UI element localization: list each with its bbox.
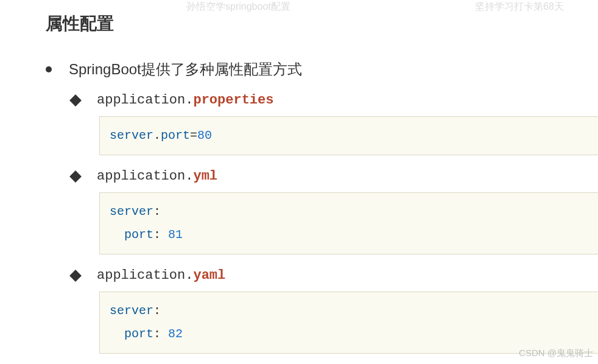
code-token: 81 bbox=[168, 228, 183, 242]
filename-ext: yaml bbox=[193, 268, 225, 283]
code-indent bbox=[110, 327, 124, 341]
code-token: : bbox=[153, 205, 161, 219]
code-token: server bbox=[110, 128, 153, 142]
filename-label: application.yml bbox=[97, 169, 217, 184]
code-block-yml: server: port: 81 bbox=[99, 192, 598, 254]
filename-prefix: application. bbox=[97, 268, 193, 283]
filename-label: application.properties bbox=[97, 93, 273, 108]
document-content: 属性配置 SpringBoot提供了多种属性配置方式 application.p… bbox=[0, 0, 598, 354]
filename-prefix: application. bbox=[97, 169, 193, 184]
section-title: 属性配置 bbox=[46, 12, 598, 35]
code-token: 82 bbox=[168, 327, 183, 341]
code-token: server bbox=[110, 304, 153, 318]
code-token: port bbox=[124, 327, 153, 341]
code-token: . bbox=[153, 128, 161, 142]
watermark-csdn: CSDN @鬼鬼骑士 bbox=[519, 348, 593, 359]
diamond-bullet-icon bbox=[69, 170, 82, 183]
disc-bullet-icon bbox=[46, 66, 52, 72]
watermark-left: 孙悟空学springboot配置 bbox=[186, 1, 290, 13]
filename-ext: yml bbox=[193, 169, 217, 184]
config-item-yaml: application.yaml bbox=[71, 268, 598, 283]
code-token: port bbox=[161, 128, 190, 142]
code-token: = bbox=[190, 128, 197, 142]
bullet-text: SpringBoot提供了多种属性配置方式 bbox=[69, 61, 302, 77]
filename-label: application.yaml bbox=[97, 268, 225, 283]
diamond-bullet-icon bbox=[69, 94, 82, 107]
config-item-yml: application.yml bbox=[71, 169, 598, 184]
bullet-item: SpringBoot提供了多种属性配置方式 bbox=[46, 60, 598, 79]
code-block-properties: server.port=80 bbox=[99, 116, 598, 155]
code-token: : bbox=[153, 228, 168, 242]
code-token: : bbox=[153, 304, 161, 318]
code-block-yaml: server: port: 82 bbox=[99, 292, 598, 354]
code-token: : bbox=[153, 327, 168, 341]
filename-prefix: application. bbox=[97, 93, 193, 108]
filename-ext: properties bbox=[193, 93, 273, 108]
code-token: port bbox=[124, 228, 153, 242]
code-token: server bbox=[110, 205, 153, 219]
config-item-properties: application.properties bbox=[71, 93, 598, 108]
code-indent bbox=[110, 228, 124, 242]
watermark-right: 坚持学习打卡第68天 bbox=[475, 1, 564, 13]
code-token: 80 bbox=[197, 128, 212, 142]
diamond-bullet-icon bbox=[69, 270, 82, 282]
